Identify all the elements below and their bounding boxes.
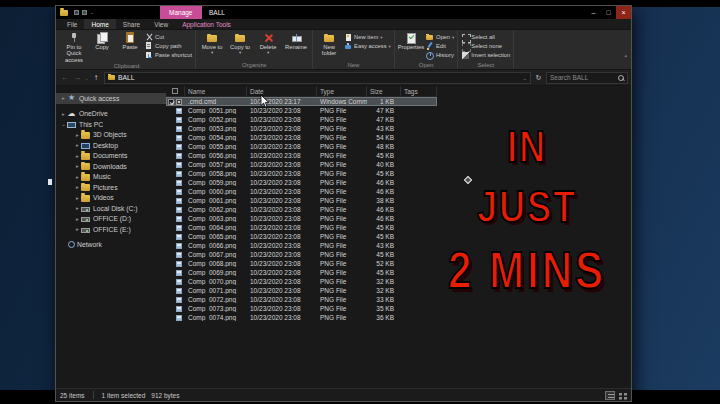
new-folder-button[interactable]: New folder (316, 31, 342, 57)
up-button[interactable]: ↑ (90, 70, 102, 85)
chevron-icon[interactable]: ▸ (74, 195, 81, 201)
select-all-checkbox-header[interactable] (166, 86, 185, 96)
header-checkbox[interactable] (172, 88, 178, 94)
properties-button[interactable]: Properties (398, 31, 424, 50)
sidebar-item-network[interactable]: Network (56, 240, 166, 251)
table-row[interactable]: Comp_0061.png10/23/2020 23:08PNG File38 … (166, 196, 437, 205)
tab-file[interactable]: File (60, 19, 84, 29)
sidebar-item-music[interactable]: ▸Music (56, 172, 166, 183)
sidebar-item-onedrive[interactable]: ▸☁OneDrive (56, 109, 166, 120)
table-row[interactable]: Comp_0059.png10/23/2020 23:08PNG File46 … (166, 178, 437, 187)
sidebar-item-desktop[interactable]: ▸Desktop (56, 140, 166, 151)
table-row[interactable]: Comp_0064.png10/23/2020 23:08PNG File45 … (166, 223, 437, 232)
search-input[interactable] (547, 74, 617, 81)
sidebar-item-this-pc[interactable]: ⌄This PC (56, 119, 166, 130)
sidebar-item-office-e[interactable]: ▸OFFICE (E:) (56, 224, 166, 235)
history-button[interactable]: History (426, 51, 454, 59)
search-box[interactable] (546, 72, 628, 84)
rename-button[interactable]: Rename (283, 31, 309, 50)
table-row[interactable]: Comp_0052.png10/23/2020 23:08PNG File47 … (166, 115, 437, 124)
move-to-button[interactable]: Move to ▾ (199, 31, 225, 56)
select-none-button[interactable]: Select none (461, 42, 510, 50)
copy-button[interactable]: Copy (89, 31, 115, 50)
sidebar-item-videos[interactable]: ▸Videos (56, 193, 166, 204)
row-checkbox[interactable] (168, 99, 174, 105)
invert-selection-button[interactable]: Invert selection (461, 51, 510, 59)
address-input[interactable]: BALL ⌄ (104, 72, 531, 84)
table-row[interactable]: Comp_0066.png10/23/2020 23:08PNG File43 … (166, 241, 437, 250)
column-header-type[interactable]: Type (317, 86, 367, 96)
maximize-button[interactable]: □ (601, 6, 616, 19)
chevron-icon[interactable]: ▸ (74, 226, 81, 232)
table-row[interactable]: Comp_0067.png10/23/2020 23:08PNG File45 … (166, 250, 437, 259)
table-row[interactable]: Comp_0056.png10/23/2020 23:08PNG File45 … (166, 151, 437, 160)
chevron-icon[interactable]: ▸ (74, 163, 81, 169)
pin-to-quick-access-button[interactable]: Pin to Quick access (61, 31, 87, 63)
tab-application-tools[interactable]: Application Tools (175, 19, 238, 29)
details-view-button[interactable] (605, 391, 615, 400)
select-all-button[interactable]: Select all (461, 33, 510, 41)
manage-contextual-label[interactable]: Manage (160, 6, 202, 19)
column-header-size[interactable]: Size (367, 86, 401, 96)
chevron-icon[interactable]: ▸ (74, 153, 81, 159)
table-row[interactable]: Comp_0055.png10/23/2020 23:08PNG File48 … (166, 142, 437, 151)
table-row[interactable]: Comp_0068.png10/23/2020 23:08PNG File52 … (166, 259, 437, 268)
tab-view[interactable]: View (147, 19, 175, 29)
sidebar-item-local-disk-c[interactable]: ▸Local Disk (C:) (56, 203, 166, 214)
table-row[interactable]: Comp_0069.png10/23/2020 23:08PNG File45 … (166, 268, 437, 277)
chevron-icon[interactable]: ▸ (60, 95, 67, 101)
minimize-button[interactable]: – (586, 6, 601, 19)
table-row[interactable]: Comp_0054.png10/23/2020 23:08PNG File54 … (166, 133, 437, 142)
table-row[interactable]: Comp_0062.png10/23/2020 23:08PNG File46 … (166, 205, 437, 214)
sidebar-item-pictures[interactable]: ▸Pictures (56, 182, 166, 193)
delete-button[interactable]: Delete ▾ (255, 31, 281, 56)
easy-access-button[interactable]: Easy access ▾ (344, 42, 391, 50)
paste-shortcut-button[interactable]: Paste shortcut (145, 51, 192, 59)
sidebar-item-office-d[interactable]: ▸OFFICE (D:) (56, 214, 166, 225)
recent-locations-dropdown-icon[interactable]: ⌄ (83, 70, 90, 85)
chevron-icon[interactable]: ▸ (74, 142, 81, 148)
table-row[interactable]: Comp_0063.png10/23/2020 23:08PNG File46 … (166, 214, 437, 223)
column-header-date[interactable]: Date (247, 86, 317, 96)
close-button[interactable]: × (616, 6, 631, 19)
table-row[interactable]: Comp_0058.png10/23/2020 23:08PNG File45 … (166, 169, 437, 178)
forward-button[interactable]: → (71, 70, 83, 85)
new-item-button[interactable]: New item ▾ (344, 33, 391, 41)
address-dropdown-icon[interactable]: ⌄ (523, 75, 527, 81)
table-row[interactable]: Comp_0057.png10/23/2020 23:08PNG File40 … (166, 160, 437, 169)
chevron-icon[interactable]: ▸ (60, 111, 67, 117)
tab-share[interactable]: Share (116, 19, 147, 29)
open-button[interactable]: Open ▾ (426, 33, 454, 41)
edit-button[interactable]: Edit (426, 42, 454, 50)
sidebar-item-downloads[interactable]: ▸Downloads (56, 161, 166, 172)
sidebar-item-quick-access[interactable]: ▸★Quick access (56, 93, 166, 104)
table-row[interactable]: Comp_0051.png10/23/2020 23:08PNG File47 … (166, 106, 437, 115)
copy-to-button[interactable]: Copy to ▾ (227, 31, 253, 56)
thumbnail-view-button[interactable] (617, 391, 627, 400)
column-header-tags[interactable]: Tags (401, 86, 437, 96)
back-button[interactable]: ← (59, 70, 71, 85)
breadcrumb[interactable]: BALL (118, 74, 135, 81)
qat-dropdown-icon[interactable]: ⌄ (90, 10, 94, 15)
table-row[interactable]: Comp_0073.png10/23/2020 23:08PNG File35 … (166, 304, 437, 313)
chevron-icon[interactable]: ▸ (74, 205, 81, 211)
sidebar-item-documents[interactable]: ▸Documents (56, 151, 166, 162)
chevron-icon[interactable]: ▸ (74, 132, 81, 138)
tab-home[interactable]: Home (84, 19, 115, 29)
refresh-button[interactable]: ↻ (533, 70, 544, 85)
chevron-icon[interactable]: ⌄ (60, 121, 67, 127)
copy-path-button[interactable]: Copy path (145, 42, 192, 50)
table-row[interactable]: Comp_0053.png10/23/2020 23:08PNG File43 … (166, 124, 437, 133)
table-row[interactable]: .cmd.cmd10/23/2020 23:17Windows Comma...… (166, 97, 437, 106)
cut-button[interactable]: Cut (145, 33, 192, 41)
table-row[interactable]: Comp_0060.png10/23/2020 23:08PNG File46 … (166, 187, 437, 196)
qat-new-folder-icon[interactable] (82, 10, 87, 15)
table-row[interactable]: Comp_0072.png10/23/2020 23:08PNG File33 … (166, 295, 437, 304)
paste-button[interactable]: Paste (117, 31, 143, 50)
collapse-ribbon-icon[interactable]: ▴ (624, 52, 627, 58)
table-row[interactable]: Comp_0065.png10/23/2020 23:08PNG File45 … (166, 232, 437, 241)
qat-properties-icon[interactable] (74, 10, 79, 15)
table-row[interactable]: Comp_0071.png10/23/2020 23:08PNG File32 … (166, 286, 437, 295)
chevron-icon[interactable]: ▸ (74, 216, 81, 222)
column-header-name[interactable]: Name (185, 86, 247, 96)
